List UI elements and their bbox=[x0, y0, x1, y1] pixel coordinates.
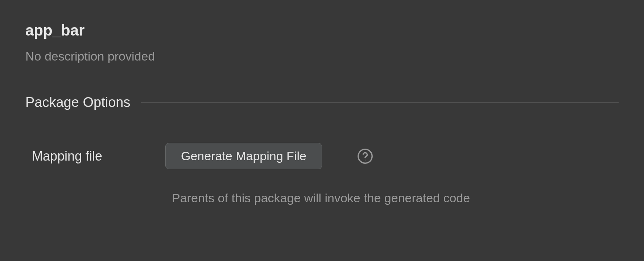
mapping-file-label: Mapping file bbox=[32, 149, 144, 164]
help-icon[interactable] bbox=[357, 148, 373, 165]
section-title: Package Options bbox=[25, 95, 130, 110]
generate-mapping-file-button[interactable]: Generate Mapping File bbox=[165, 143, 322, 169]
package-title: app_bar bbox=[25, 22, 619, 39]
package-header: app_bar No description provided bbox=[25, 22, 619, 63]
section-divider bbox=[141, 102, 619, 103]
package-description: No description provided bbox=[25, 49, 619, 63]
section-header: Package Options bbox=[25, 95, 619, 110]
mapping-file-hint: Parents of this package will invoke the … bbox=[172, 191, 619, 205]
svg-point-0 bbox=[358, 149, 372, 163]
mapping-file-row: Mapping file Generate Mapping File bbox=[32, 143, 619, 169]
svg-point-1 bbox=[365, 160, 366, 160]
